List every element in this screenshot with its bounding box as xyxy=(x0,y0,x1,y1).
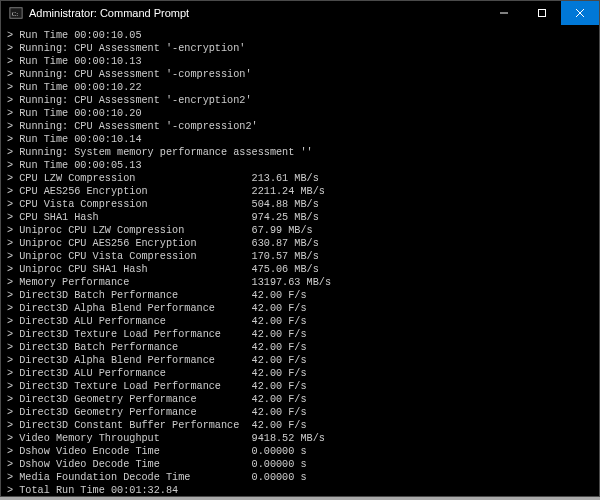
terminal-line: > Run Time 00:00:05.13 xyxy=(7,159,593,172)
titlebar[interactable]: C: Administrator: Command Prompt xyxy=(1,1,599,25)
terminal-line: > Running: CPU Assessment '-compression' xyxy=(7,68,593,81)
result-value: 2211.24 MB/s xyxy=(252,185,325,198)
result-label: > Direct3D Alpha Blend Performance xyxy=(7,354,252,367)
result-value: 42.00 F/s xyxy=(252,419,307,432)
result-label: > Direct3D ALU Performance xyxy=(7,367,252,380)
result-value: 0.00000 s xyxy=(252,458,307,471)
result-value: 170.57 MB/s xyxy=(252,250,319,263)
result-label: > Video Memory Throughput xyxy=(7,432,252,445)
terminal-line: > Direct3D Texture Load Performance 42.0… xyxy=(7,328,593,341)
terminal-line: > CPU Vista Compression 504.88 MB/s xyxy=(7,198,593,211)
result-value: 213.61 MB/s xyxy=(252,172,319,185)
result-value: 67.99 MB/s xyxy=(252,224,313,237)
terminal-line: > Total Run Time 00:01:32.84 xyxy=(7,484,593,496)
result-value: 42.00 F/s xyxy=(252,380,307,393)
result-label: > Direct3D Texture Load Performance xyxy=(7,328,252,341)
terminal-line: > Direct3D ALU Performance 42.00 F/s xyxy=(7,315,593,328)
terminal-line: > Direct3D ALU Performance 42.00 F/s xyxy=(7,367,593,380)
result-value: 42.00 F/s xyxy=(252,393,307,406)
terminal-line: > Run Time 00:00:10.05 xyxy=(7,29,593,42)
result-value: 9418.52 MB/s xyxy=(252,432,325,445)
result-value: 630.87 MB/s xyxy=(252,237,319,250)
result-label: > Memory Performance xyxy=(7,276,252,289)
result-value: 475.06 MB/s xyxy=(252,263,319,276)
command-prompt-window: C: Administrator: Command Prompt > Run T… xyxy=(0,0,600,497)
result-label: > CPU AES256 Encryption xyxy=(7,185,252,198)
result-label: > Direct3D Batch Performance xyxy=(7,341,252,354)
result-value: 42.00 F/s xyxy=(252,315,307,328)
result-label: > Dshow Video Decode Time xyxy=(7,458,252,471)
result-label: > Dshow Video Encode Time xyxy=(7,445,252,458)
result-value: 42.00 F/s xyxy=(252,289,307,302)
result-value: 42.00 F/s xyxy=(252,406,307,419)
result-value: 42.00 F/s xyxy=(252,328,307,341)
result-label: > Media Foundation Decode Time xyxy=(7,471,252,484)
result-value: 974.25 MB/s xyxy=(252,211,319,224)
terminal-line: > Video Memory Throughput 9418.52 MB/s xyxy=(7,432,593,445)
result-label: > Direct3D Geometry Performance xyxy=(7,393,252,406)
terminal-line: > Running: System memory performance ass… xyxy=(7,146,593,159)
result-value: 13197.63 MB/s xyxy=(252,276,331,289)
result-label: > CPU Vista Compression xyxy=(7,198,252,211)
result-value: 42.00 F/s xyxy=(252,354,307,367)
terminal-line: > Direct3D Alpha Blend Performance 42.00… xyxy=(7,354,593,367)
terminal-line: > Uniproc CPU AES256 Encryption 630.87 M… xyxy=(7,237,593,250)
terminal-line: > Running: CPU Assessment '-compression2… xyxy=(7,120,593,133)
terminal-line: > Uniproc CPU Vista Compression 170.57 M… xyxy=(7,250,593,263)
maximize-button[interactable] xyxy=(523,1,561,25)
result-label: > Direct3D Batch Performance xyxy=(7,289,252,302)
result-label: > Uniproc CPU SHA1 Hash xyxy=(7,263,252,276)
terminal-line: > Direct3D Geometry Performance 42.00 F/… xyxy=(7,393,593,406)
result-value: 0.00000 s xyxy=(252,445,307,458)
result-label: > Direct3D Texture Load Performance xyxy=(7,380,252,393)
close-button[interactable] xyxy=(561,1,599,25)
terminal-line: > Run Time 00:00:10.13 xyxy=(7,55,593,68)
terminal-line: > Running: CPU Assessment '-encryption' xyxy=(7,42,593,55)
terminal-line: > CPU LZW Compression 213.61 MB/s xyxy=(7,172,593,185)
result-value: 0.00000 s xyxy=(252,471,307,484)
result-value: 42.00 F/s xyxy=(252,367,307,380)
terminal-line: > Direct3D Batch Performance 42.00 F/s xyxy=(7,289,593,302)
result-label: > Direct3D ALU Performance xyxy=(7,315,252,328)
terminal-line: > Uniproc CPU LZW Compression 67.99 MB/s xyxy=(7,224,593,237)
window-title: Administrator: Command Prompt xyxy=(29,7,485,19)
minimize-button[interactable] xyxy=(485,1,523,25)
result-label: > CPU LZW Compression xyxy=(7,172,252,185)
terminal-line: > Dshow Video Encode Time 0.00000 s xyxy=(7,445,593,458)
cmd-icon: C: xyxy=(9,6,23,20)
result-value: 42.00 F/s xyxy=(252,302,307,315)
terminal-line: > Run Time 00:00:10.20 xyxy=(7,107,593,120)
terminal-line: > Direct3D Constant Buffer Performance 4… xyxy=(7,419,593,432)
titlebar-buttons xyxy=(485,1,599,25)
terminal-line: > CPU SHA1 Hash 974.25 MB/s xyxy=(7,211,593,224)
result-label: > Direct3D Alpha Blend Performance xyxy=(7,302,252,315)
result-label: > Uniproc CPU LZW Compression xyxy=(7,224,252,237)
result-label: > Uniproc CPU AES256 Encryption xyxy=(7,237,252,250)
terminal-line: > Run Time 00:00:10.14 xyxy=(7,133,593,146)
terminal-line: > Dshow Video Decode Time 0.00000 s xyxy=(7,458,593,471)
svg-text:C:: C: xyxy=(12,10,19,18)
terminal-line: > Memory Performance 13197.63 MB/s xyxy=(7,276,593,289)
svg-rect-3 xyxy=(539,10,546,17)
terminal-line: > Running: CPU Assessment '-encryption2' xyxy=(7,94,593,107)
terminal-line: > CPU AES256 Encryption 2211.24 MB/s xyxy=(7,185,593,198)
terminal-line: > Uniproc CPU SHA1 Hash 475.06 MB/s xyxy=(7,263,593,276)
result-value: 42.00 F/s xyxy=(252,341,307,354)
result-label: > Uniproc CPU Vista Compression xyxy=(7,250,252,263)
terminal-line: > Direct3D Alpha Blend Performance 42.00… xyxy=(7,302,593,315)
result-value: 504.88 MB/s xyxy=(252,198,319,211)
terminal-line: > Direct3D Batch Performance 42.00 F/s xyxy=(7,341,593,354)
terminal-line: > Direct3D Texture Load Performance 42.0… xyxy=(7,380,593,393)
result-label: > Direct3D Geometry Performance xyxy=(7,406,252,419)
terminal-line: > Run Time 00:00:10.22 xyxy=(7,81,593,94)
result-label: > Direct3D Constant Buffer Performance xyxy=(7,419,252,432)
terminal-line: > Direct3D Geometry Performance 42.00 F/… xyxy=(7,406,593,419)
terminal-output[interactable]: > Run Time 00:00:10.05> Running: CPU Ass… xyxy=(1,25,599,496)
terminal-line: > Media Foundation Decode Time 0.00000 s xyxy=(7,471,593,484)
result-label: > CPU SHA1 Hash xyxy=(7,211,252,224)
